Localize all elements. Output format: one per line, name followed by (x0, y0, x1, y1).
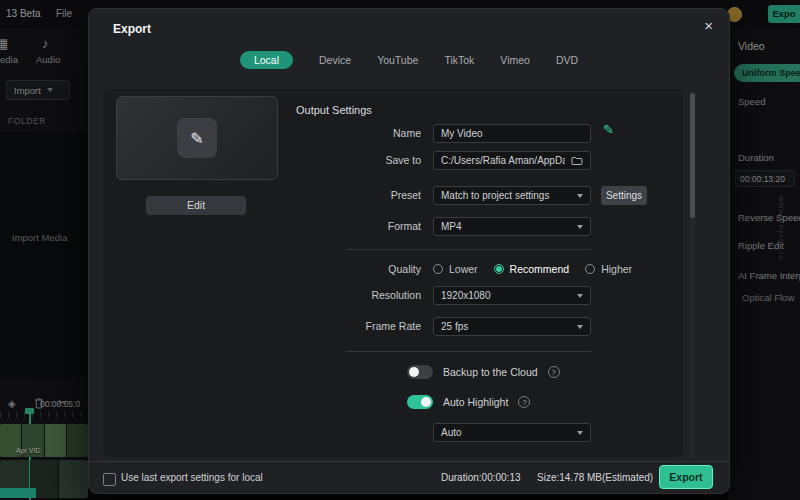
name-value: My Video (441, 128, 583, 139)
format-label: Format (296, 217, 421, 236)
tab-dvd[interactable]: DVD (556, 51, 578, 69)
quality-option-recommend[interactable]: Recommend (494, 263, 570, 275)
help-question-icon[interactable]: ? (548, 366, 560, 378)
frame-rate-value: 25 fps (441, 321, 571, 332)
auto-highlight-mode-dropdown[interactable]: Auto (433, 423, 591, 442)
dialog-title: Export (113, 22, 151, 36)
tab-device[interactable]: Device (319, 51, 351, 69)
preset-value: Match to project settings (441, 190, 571, 201)
backup-cloud-toggle[interactable] (407, 365, 433, 379)
tab-youtube[interactable]: YouTube (377, 51, 418, 69)
save-to-value: C:/Users/Rafia Aman/AppData (441, 155, 565, 166)
export-size-text: Size:14.78 MB(Estimated) (537, 472, 653, 483)
quality-label: Quality (296, 261, 421, 277)
resolution-dropdown[interactable]: 1920x1080 (433, 286, 591, 305)
chevron-down-icon (577, 325, 583, 329)
ai-rename-pen-icon[interactable]: ✎ (603, 122, 614, 137)
chevron-down-icon (577, 225, 583, 229)
format-dropdown[interactable]: MP4 (433, 217, 591, 236)
resolution-label: Resolution (296, 286, 421, 305)
settings-button[interactable]: Settings (601, 186, 647, 205)
scrollbar-thumb[interactable] (690, 93, 695, 218)
use-last-settings-checkbox[interactable] (103, 473, 116, 486)
name-label: Name (296, 124, 421, 143)
chevron-down-icon (577, 294, 583, 298)
backup-cloud-label: Backup to the Cloud (443, 366, 538, 378)
save-to-input[interactable]: C:/Users/Rafia Aman/AppData (433, 151, 591, 170)
folder-icon[interactable] (571, 156, 583, 166)
preset-dropdown[interactable]: Match to project settings (433, 186, 591, 205)
close-icon[interactable]: × (704, 17, 713, 34)
tab-vimeo[interactable]: Vimeo (500, 51, 530, 69)
quality-option-higher[interactable]: Higher (585, 263, 632, 275)
section-divider (346, 351, 591, 352)
frame-rate-dropdown[interactable]: 25 fps (433, 317, 591, 336)
scrollbar[interactable] (690, 93, 695, 459)
export-destination-tabs: Local Device YouTube TikTok Vimeo DVD (89, 51, 729, 69)
quality-recommend-label: Recommend (510, 263, 570, 275)
tab-tiktok[interactable]: TikTok (444, 51, 474, 69)
help-question-icon[interactable]: ? (518, 396, 530, 408)
section-divider (346, 249, 591, 250)
backup-cloud-row: Backup to the Cloud ? (407, 364, 560, 380)
auto-highlight-label: Auto Highlight (443, 396, 508, 408)
export-duration-text: Duration:00:00:13 (441, 472, 521, 483)
chevron-down-icon (577, 194, 583, 198)
radio-icon[interactable] (433, 264, 443, 274)
output-settings-heading: Output Settings (296, 104, 372, 116)
quality-lower-label: Lower (449, 263, 478, 275)
auto-highlight-toggle[interactable] (407, 395, 433, 409)
export-button[interactable]: Export (659, 465, 713, 489)
edit-button[interactable]: Edit (146, 196, 246, 215)
save-to-label: Save to (296, 151, 421, 170)
quality-option-lower[interactable]: Lower (433, 263, 478, 275)
preset-label: Preset (296, 186, 421, 205)
chevron-down-icon (577, 431, 583, 435)
quality-radio-group: Lower Recommend Higher (433, 261, 648, 277)
format-value: MP4 (441, 221, 571, 232)
edit-pencil-icon[interactable]: ✎ (177, 118, 217, 158)
auto-highlight-row: Auto Highlight ? (407, 394, 530, 410)
radio-selected-icon[interactable] (494, 264, 504, 274)
quality-higher-label: Higher (601, 263, 632, 275)
video-preview-thumbnail: ✎ (116, 96, 278, 180)
frame-rate-label: Frame Rate (296, 317, 421, 336)
tab-local[interactable]: Local (240, 51, 293, 69)
resolution-value: 1920x1080 (441, 290, 571, 301)
export-dialog: Export × Local Device YouTube TikTok Vim… (88, 8, 730, 494)
name-input[interactable]: My Video (433, 124, 591, 143)
application-window: 13 Beta File Expo ▦ ♪ edia Audio Import … (0, 0, 800, 500)
auto-highlight-mode-value: Auto (441, 427, 571, 438)
radio-icon[interactable] (585, 264, 595, 274)
footer-divider (89, 461, 729, 462)
use-last-settings-label: Use last export settings for local (121, 472, 263, 483)
